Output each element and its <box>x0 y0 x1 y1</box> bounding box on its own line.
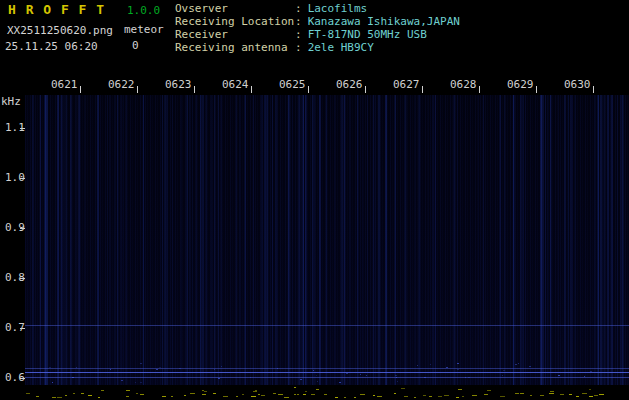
x-tick-mark <box>593 86 594 93</box>
level-mark <box>560 394 564 395</box>
x-tick-label: 0626 <box>336 79 363 91</box>
noise-speck <box>156 369 158 370</box>
info-separator: : <box>295 2 302 15</box>
noise-streak <box>568 95 569 385</box>
noise-streak <box>245 95 246 385</box>
level-mark <box>414 397 416 398</box>
level-mark <box>36 396 39 397</box>
x-tick-mark <box>308 86 309 93</box>
mode-label: meteor <box>124 24 164 36</box>
x-tick-mark <box>422 86 423 93</box>
carrier-line <box>25 372 629 373</box>
level-mark <box>136 393 138 394</box>
level-mark <box>344 397 346 398</box>
level-mark <box>311 394 315 395</box>
info-label: Receiver <box>175 29 295 41</box>
noise-streak <box>192 95 193 385</box>
noise-streak <box>433 95 435 385</box>
noise-streak <box>109 95 110 385</box>
noise-speck <box>558 375 560 376</box>
noise-streak <box>189 95 190 385</box>
level-mark <box>589 396 593 397</box>
output-filename: XX2511250620.png <box>7 25 113 37</box>
level-mark <box>487 390 491 391</box>
noise-streak <box>239 95 240 385</box>
app-version: 1.0.0 <box>127 5 160 17</box>
x-tick-mark <box>80 86 81 93</box>
noise-streak <box>47 95 48 385</box>
x-tick-label: 0628 <box>450 79 477 91</box>
noise-streak <box>212 95 213 385</box>
x-tick-mark <box>479 86 480 93</box>
level-mark <box>162 396 166 397</box>
noise-streak <box>218 95 219 385</box>
level-mark <box>190 393 195 394</box>
noise-streak <box>367 95 368 385</box>
noise-streak <box>181 95 182 385</box>
level-mark <box>202 394 206 395</box>
level-mark <box>594 395 598 396</box>
noise-streak <box>292 95 293 385</box>
carrier-line <box>25 325 629 326</box>
noise-streak <box>64 95 65 385</box>
level-mark <box>303 394 306 395</box>
noise-streak <box>565 95 566 385</box>
x-tick-label: 0622 <box>108 79 135 91</box>
noise-speck <box>317 381 318 382</box>
level-mark <box>500 396 505 397</box>
noise-streak <box>601 95 602 385</box>
noise-streak <box>267 95 269 385</box>
level-mark <box>324 394 327 395</box>
noise-streak <box>500 95 501 385</box>
noise-streak <box>78 95 80 385</box>
noise-streak <box>564 95 565 385</box>
level-mark <box>458 389 462 390</box>
noise-speck <box>313 370 314 371</box>
noise-streak <box>611 95 613 385</box>
noise-streak <box>61 95 62 385</box>
noise-streak <box>514 95 515 385</box>
info-value: FT-817ND 50MHz USB <box>308 28 427 41</box>
noise-speck <box>277 368 278 369</box>
noise-streak <box>84 95 85 385</box>
info-label: Receiving antenna <box>175 42 295 54</box>
info-value: Kanazawa Ishikawa,JAPAN <box>308 15 460 28</box>
noise-streak <box>435 95 436 385</box>
level-mark <box>213 393 216 394</box>
x-tick-label: 0625 <box>279 79 306 91</box>
noise-speck <box>366 375 367 376</box>
noise-streak <box>261 95 263 385</box>
noise-streak <box>604 95 605 385</box>
noise-speck <box>110 369 111 370</box>
noise-streak <box>326 95 327 385</box>
noise-streak <box>143 95 144 385</box>
noise-streak <box>277 95 278 385</box>
noise-speck <box>360 374 361 375</box>
noise-speck <box>218 378 220 379</box>
noise-streak <box>221 95 222 385</box>
level-mark <box>373 395 375 396</box>
level-mark <box>251 396 256 397</box>
level-mark <box>81 393 84 394</box>
datetime-label: 25.11.25 06:20 <box>5 41 98 53</box>
noise-streak <box>201 95 202 385</box>
level-mark <box>520 393 524 394</box>
noise-speck <box>503 370 505 371</box>
level-mark <box>360 394 365 395</box>
noise-speck <box>396 377 397 378</box>
noise-speck <box>339 382 341 383</box>
noise-streak <box>620 95 621 385</box>
level-mark <box>377 396 382 397</box>
x-tick-mark <box>194 86 195 93</box>
noise-streak <box>275 95 276 385</box>
noise-streak <box>358 95 359 385</box>
level-mark <box>126 396 129 397</box>
spectrogram <box>25 95 629 385</box>
noise-streak <box>597 95 599 385</box>
noise-streak <box>483 95 484 385</box>
noise-streak <box>196 95 197 385</box>
noise-streak <box>428 95 429 385</box>
noise-streak <box>419 95 420 385</box>
noise-streak <box>299 95 300 385</box>
x-tick-mark <box>365 86 366 93</box>
